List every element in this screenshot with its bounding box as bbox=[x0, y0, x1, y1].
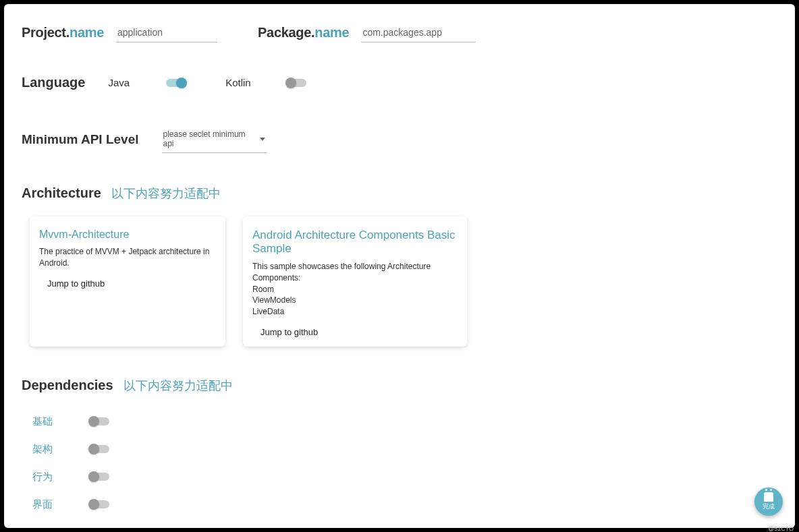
dep-behavior-toggle[interactable] bbox=[90, 473, 109, 481]
card-title: Android Architecture Components Basic Sa… bbox=[252, 229, 458, 256]
architecture-card-aac: Android Architecture Components Basic Sa… bbox=[243, 216, 467, 347]
package-name-input[interactable] bbox=[361, 23, 476, 42]
package-name-field: Package.name bbox=[258, 23, 476, 42]
dep-basic-label: 基础 bbox=[32, 415, 90, 428]
dep-ui-label: 界面 bbox=[32, 498, 90, 511]
jump-to-github-button[interactable]: Jump to github bbox=[47, 278, 216, 289]
language-java-label: Java bbox=[108, 77, 130, 88]
card-title: Mvvm-Architecture bbox=[39, 229, 216, 241]
architecture-subtitle: 以下内容努力适配中 bbox=[111, 187, 221, 200]
dependencies-subtitle: 以下内容努力适配中 bbox=[123, 379, 233, 392]
dep-ui-toggle[interactable] bbox=[90, 500, 109, 508]
dropdown-arrow-icon bbox=[260, 138, 265, 141]
jump-to-github-button[interactable]: Jump to github bbox=[260, 327, 458, 337]
language-kotlin-toggle[interactable] bbox=[287, 79, 306, 87]
language-label: Language bbox=[22, 75, 85, 90]
package-label-prefix: Package. bbox=[258, 25, 314, 40]
dep-arch-toggle[interactable] bbox=[90, 445, 109, 453]
minimum-api-select[interactable]: please seclet minimum api bbox=[162, 125, 267, 153]
dependencies-title: Dependencies bbox=[22, 378, 113, 392]
language-kotlin-label: Kotlin bbox=[225, 77, 251, 88]
minimum-api-label: Minimum API Level bbox=[22, 132, 139, 147]
project-label-prefix: Project. bbox=[22, 25, 70, 40]
card-desc: This sample showcases the following Arch… bbox=[252, 261, 458, 318]
dependencies-title-row: Dependencies 以下内容努力适配中 bbox=[22, 378, 777, 394]
dep-arch-label: 架构 bbox=[32, 443, 90, 456]
dep-basic-toggle[interactable] bbox=[90, 417, 109, 425]
complete-fab[interactable]: 完成 bbox=[754, 487, 783, 516]
android-icon bbox=[764, 492, 773, 502]
language-java-toggle[interactable] bbox=[166, 79, 185, 87]
minimum-api-placeholder: please seclet minimum api bbox=[163, 129, 256, 148]
package-label-accent: name bbox=[314, 25, 349, 40]
dep-behavior-label: 行为 bbox=[32, 471, 90, 483]
card-desc: The practice of MVVM + Jetpack architect… bbox=[39, 246, 216, 269]
project-name-input[interactable] bbox=[116, 23, 217, 42]
architecture-title-row: Architecture 以下内容努力适配中 bbox=[22, 185, 777, 202]
architecture-card-mvvm: Mvvm-Architecture The practice of MVVM +… bbox=[30, 216, 225, 347]
watermark-text: @51CTO bbox=[768, 525, 794, 532]
project-label-accent: name bbox=[70, 25, 104, 40]
fab-label: 完成 bbox=[763, 502, 775, 511]
project-name-field: Project.name bbox=[22, 23, 217, 42]
architecture-title: Architecture bbox=[22, 185, 101, 200]
